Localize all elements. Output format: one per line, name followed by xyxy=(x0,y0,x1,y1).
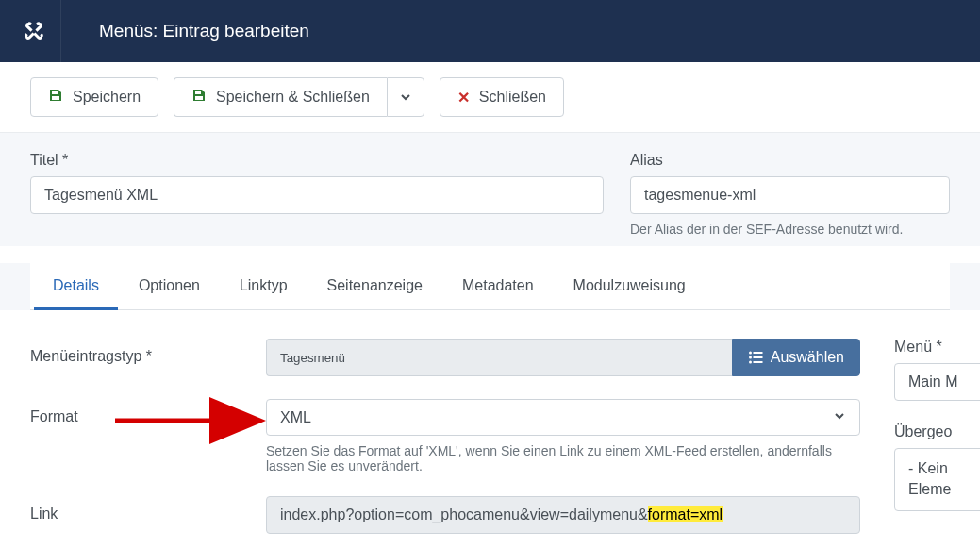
link-label: Link xyxy=(30,496,266,534)
row-link: Link index.php?option=com_phocamenu&view… xyxy=(30,496,860,534)
svg-point-6 xyxy=(749,352,752,355)
side-parent-label: Übergeo xyxy=(894,423,972,440)
svg-point-10 xyxy=(749,361,752,364)
tabs: Details Optionen Linktyp Seitenanzeige M… xyxy=(30,263,950,310)
chevron-down-icon xyxy=(399,91,412,104)
title-input[interactable] xyxy=(30,176,604,214)
row-menutype: Menüeintragstyp * Auswählen xyxy=(30,339,860,376)
link-value: index.php?option=com_phocamenu&view=dail… xyxy=(266,496,860,534)
side-menu-select[interactable]: Main M xyxy=(894,363,980,401)
tabs-wrap: Details Optionen Linktyp Seitenanzeige M… xyxy=(0,263,980,310)
format-select[interactable]: XML xyxy=(266,399,860,436)
form-side: Menü * Main M Übergeo - Kein Eleme xyxy=(894,339,972,547)
save-close-dropdown[interactable] xyxy=(387,77,424,117)
tab-optionen[interactable]: Optionen xyxy=(120,264,219,310)
joomla-logo[interactable] xyxy=(8,0,61,62)
svg-point-8 xyxy=(749,356,752,359)
form-main: Menüeintragstyp * Auswählen Format XML xyxy=(30,339,860,547)
save-close-button[interactable]: Speichern & Schließen xyxy=(174,77,387,117)
title-field-col: Titel * xyxy=(30,152,604,237)
form-area: Menüeintragstyp * Auswählen Format XML xyxy=(0,310,980,547)
alias-input[interactable] xyxy=(630,176,950,214)
svg-rect-9 xyxy=(753,356,762,358)
close-icon: ✕ xyxy=(457,89,470,107)
page-title: Menüs: Eintrag bearbeiten xyxy=(91,21,309,41)
menutype-label: Menüeintragstyp * xyxy=(30,339,266,376)
app-topbar: Menüs: Eintrag bearbeiten xyxy=(0,0,980,62)
title-alias-row: Titel * Alias Der Alias der in der SEF-A… xyxy=(0,133,980,246)
side-parent-select[interactable]: - Kein Eleme xyxy=(894,448,980,511)
action-toolbar: Speichern Speichern & Schließen ✕ Schlie… xyxy=(0,62,980,133)
side-menu-label: Menü * xyxy=(894,339,972,356)
close-button[interactable]: ✕ Schließen xyxy=(440,77,564,117)
save-icon xyxy=(48,88,63,107)
title-label: Titel * xyxy=(30,152,604,169)
menutype-input xyxy=(266,339,732,376)
save-close-group: Speichern & Schließen xyxy=(174,77,424,117)
tab-modulzuweisung[interactable]: Modulzuweisung xyxy=(555,264,705,310)
save-button-label: Speichern xyxy=(73,89,141,106)
tab-details[interactable]: Details xyxy=(34,264,118,310)
alias-field-col: Alias Der Alias der in der SEF-Adresse b… xyxy=(630,152,950,237)
tab-linktyp[interactable]: Linktyp xyxy=(221,264,307,310)
tab-seitenanzeige[interactable]: Seitenanzeige xyxy=(308,264,441,310)
svg-rect-11 xyxy=(753,361,762,363)
select-type-button[interactable]: Auswählen xyxy=(732,339,860,376)
menu-toggle[interactable] xyxy=(61,0,91,62)
select-type-label: Auswählen xyxy=(771,349,844,366)
format-help: Setzen Sie das Format auf 'XML', wenn Si… xyxy=(266,443,832,473)
svg-rect-7 xyxy=(753,352,762,354)
tab-metadaten[interactable]: Metadaten xyxy=(443,264,553,310)
save-close-label: Speichern & Schließen xyxy=(216,89,370,106)
alias-label: Alias xyxy=(630,152,950,169)
list-icon xyxy=(748,350,763,365)
close-button-label: Schließen xyxy=(479,89,546,106)
annotation-arrow xyxy=(115,406,275,439)
save-button[interactable]: Speichern xyxy=(30,77,158,117)
alias-help: Der Alias der in der SEF-Adresse benutzt… xyxy=(630,222,950,237)
save-icon xyxy=(191,88,207,107)
